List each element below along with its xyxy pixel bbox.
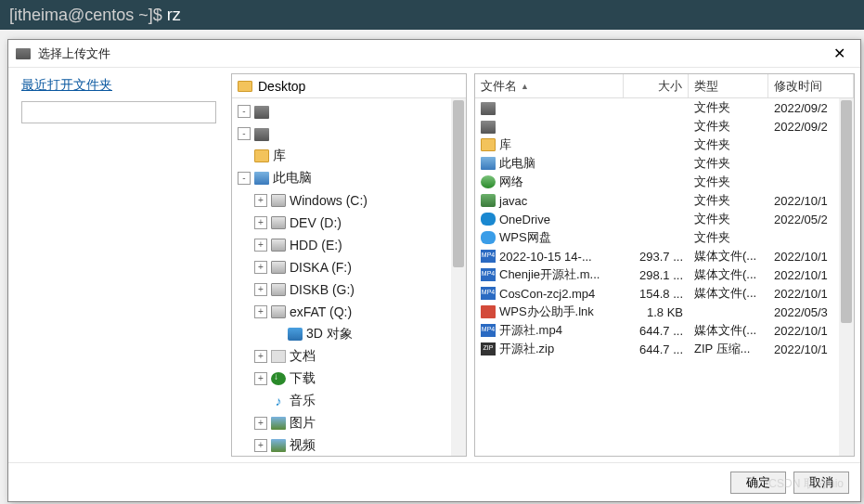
file-rows[interactable]: 文件夹2022/09/2文件夹2022/09/2库文件夹此电脑文件夹网络文件夹j… xyxy=(475,98,854,456)
dialog-body: 最近打开文件夹 Desktop --库-此电脑+Windows (C:)+DEV… xyxy=(8,68,860,462)
tree-item[interactable]: +文档 xyxy=(232,345,466,368)
tree-scrollbar[interactable] xyxy=(451,98,466,456)
expand-toggle[interactable]: + xyxy=(254,372,267,385)
tree-label: DISKA (F:) xyxy=(290,260,352,275)
tree-label: 音乐 xyxy=(290,393,316,409)
recent-input[interactable] xyxy=(21,101,216,123)
expand-toggle[interactable]: + xyxy=(254,417,267,430)
cancel-button[interactable]: 取消 xyxy=(793,472,849,494)
file-size: 644.7 ... xyxy=(624,324,689,338)
file-row[interactable]: ZIP开源社.zip644.7 ...ZIP 压缩...2022/10/1 xyxy=(475,340,854,358)
expand-toggle[interactable]: + xyxy=(254,350,267,363)
file-name: 2022-10-15 14-... xyxy=(499,250,592,264)
tree-item[interactable]: +HDD (E:) xyxy=(232,234,466,256)
drive-icon xyxy=(271,305,286,318)
folder-icon xyxy=(238,81,252,92)
file-type: 文件夹 xyxy=(689,211,768,227)
expand-toggle[interactable]: + xyxy=(254,261,267,274)
expand-toggle[interactable]: + xyxy=(254,439,267,452)
col-size[interactable]: 大小 xyxy=(624,74,689,97)
file-name: WPS网盘 xyxy=(499,229,551,246)
folder-icon xyxy=(254,149,269,162)
file-row[interactable]: OneDrive文件夹2022/05/2 xyxy=(475,210,854,228)
col-type[interactable]: 类型 xyxy=(689,74,768,97)
mp4-icon: MP4 xyxy=(481,324,496,337)
file-size: 1.8 KB xyxy=(624,305,689,319)
file-row[interactable]: 此电脑文件夹 xyxy=(475,154,854,173)
expand-toggle[interactable]: + xyxy=(254,194,267,207)
drive-icon xyxy=(271,261,286,274)
file-type: 文件夹 xyxy=(689,229,768,246)
file-type: 文件夹 xyxy=(689,155,768,172)
close-icon[interactable]: ✕ xyxy=(825,45,853,62)
col-date[interactable]: 修改时间 xyxy=(768,74,854,97)
tree-item[interactable]: +下载 xyxy=(232,368,466,390)
tree-item[interactable]: +Windows (C:) xyxy=(232,189,466,212)
file-type: 文件夹 xyxy=(689,118,768,135)
disk-icon xyxy=(254,128,269,141)
dialog-footer: 确定 取消 xyxy=(8,462,860,501)
doc-icon xyxy=(271,350,286,363)
titlebar[interactable]: 选择上传文件 ✕ xyxy=(8,40,860,68)
img-icon xyxy=(271,417,286,430)
current-path-bar[interactable]: Desktop xyxy=(232,74,466,98)
col-name[interactable]: 文件名▲ xyxy=(475,74,624,97)
file-row[interactable]: 文件夹2022/09/2 xyxy=(475,98,854,117)
tree-label: DEV (D:) xyxy=(290,215,342,230)
file-name: 库 xyxy=(499,136,511,153)
tree-label: exFAT (Q:) xyxy=(290,304,352,319)
expand-toggle[interactable]: + xyxy=(254,283,267,296)
file-row[interactable]: 网络文件夹 xyxy=(475,173,854,191)
file-row[interactable]: WPS网盘文件夹 xyxy=(475,228,854,247)
file-scrollbar[interactable] xyxy=(839,98,854,456)
file-row[interactable]: MP4开源社.mp4644.7 ...媒体文件(...2022/10/1 xyxy=(475,321,854,340)
file-row[interactable]: WPS办公助手.lnk1.8 KB2022/05/3 xyxy=(475,303,854,321)
tree-item[interactable]: +DISKB (G:) xyxy=(232,278,466,301)
tree-item[interactable]: - xyxy=(232,123,466,145)
tree-label: 视频 xyxy=(290,437,316,454)
tree-item[interactable]: - xyxy=(232,100,466,123)
zip-icon: ZIP xyxy=(481,342,496,355)
folder-tree-panel: Desktop --库-此电脑+Windows (C:)+DEV (D:)+HD… xyxy=(231,73,467,457)
file-row[interactable]: 库文件夹 xyxy=(475,136,854,154)
tree-item[interactable]: +图片 xyxy=(232,412,466,434)
ok-button[interactable]: 确定 xyxy=(730,472,786,494)
cloud-icon xyxy=(481,213,496,226)
tree-item[interactable]: -此电脑 xyxy=(232,167,466,189)
file-row[interactable]: MP42022-10-15 14-...293.7 ...媒体文件(...202… xyxy=(475,247,854,265)
expand-toggle[interactable]: - xyxy=(238,172,251,185)
expand-toggle[interactable]: + xyxy=(254,239,267,252)
tree-label: Windows (C:) xyxy=(290,193,368,208)
tree-item[interactable]: +DISKA (F:) xyxy=(232,256,466,278)
expand-toggle[interactable]: - xyxy=(238,127,251,140)
cloud2-icon xyxy=(481,231,496,244)
tree-item[interactable]: +视频 xyxy=(232,434,466,456)
recent-folders-link[interactable]: 最近打开文件夹 xyxy=(21,77,218,94)
tree-item[interactable]: ♪音乐 xyxy=(232,390,466,412)
column-headers[interactable]: 文件名▲ 大小 类型 修改时间 xyxy=(475,74,854,98)
mp4-icon: MP4 xyxy=(481,250,496,263)
file-name: Chenjie开源社.m... xyxy=(499,266,600,283)
net-icon xyxy=(481,175,496,188)
file-row[interactable]: javac文件夹2022/10/1 xyxy=(475,191,854,210)
expand-toggle[interactable]: + xyxy=(254,216,267,229)
mp4-icon: MP4 xyxy=(481,287,496,300)
tree-label: 图片 xyxy=(290,415,316,432)
file-row[interactable]: 文件夹2022/09/2 xyxy=(475,117,854,136)
tree-item[interactable]: 3D 对象 xyxy=(232,323,466,345)
tree-item[interactable]: +exFAT (Q:) xyxy=(232,301,466,323)
file-type: 文件夹 xyxy=(689,174,768,190)
terminal-prompt: [itheima@centos ~]$ xyxy=(9,6,167,24)
file-name: 开源社.zip xyxy=(499,341,554,357)
tree-item[interactable]: +DEV (D:) xyxy=(232,212,466,234)
file-name: 网络 xyxy=(499,174,523,190)
expand-toggle[interactable]: + xyxy=(254,305,267,318)
file-row[interactable]: MP4Chenjie开源社.m...298.1 ...媒体文件(...2022/… xyxy=(475,265,854,284)
folder-tree[interactable]: --库-此电脑+Windows (C:)+DEV (D:)+HDD (E:)+D… xyxy=(232,98,466,456)
expand-toggle[interactable]: - xyxy=(238,105,251,118)
file-row[interactable]: MP4CosCon-zcj2.mp4154.8 ...媒体文件(...2022/… xyxy=(475,284,854,303)
terminal-command: rz xyxy=(167,6,181,24)
tree-item[interactable]: 库 xyxy=(232,145,466,167)
tree-label: HDD (E:) xyxy=(290,238,342,252)
tree-label: 下载 xyxy=(290,370,316,387)
